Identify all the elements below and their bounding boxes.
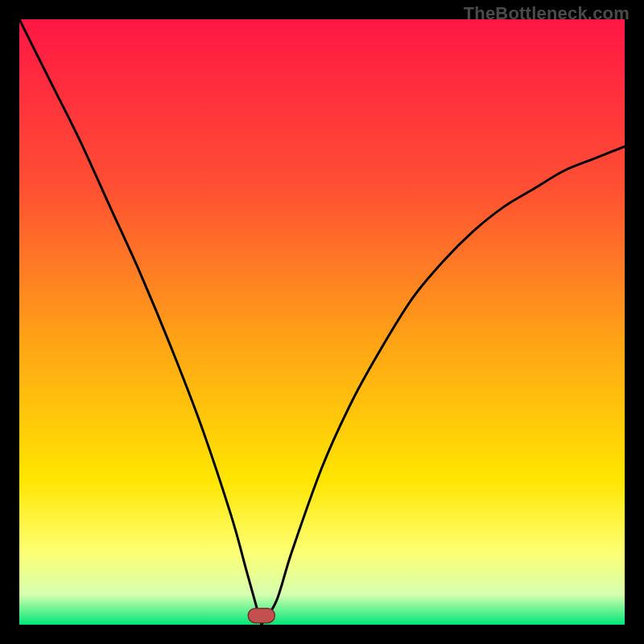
chart-container: TheBottleneck.com: [0, 0, 644, 644]
optimum-marker: [248, 609, 275, 623]
svg-rect-0: [248, 609, 275, 623]
watermark-text: TheBottleneck.com: [464, 3, 630, 24]
chart-svg: [19, 19, 625, 625]
plot-area: [19, 19, 625, 625]
gradient-background: [19, 19, 625, 625]
